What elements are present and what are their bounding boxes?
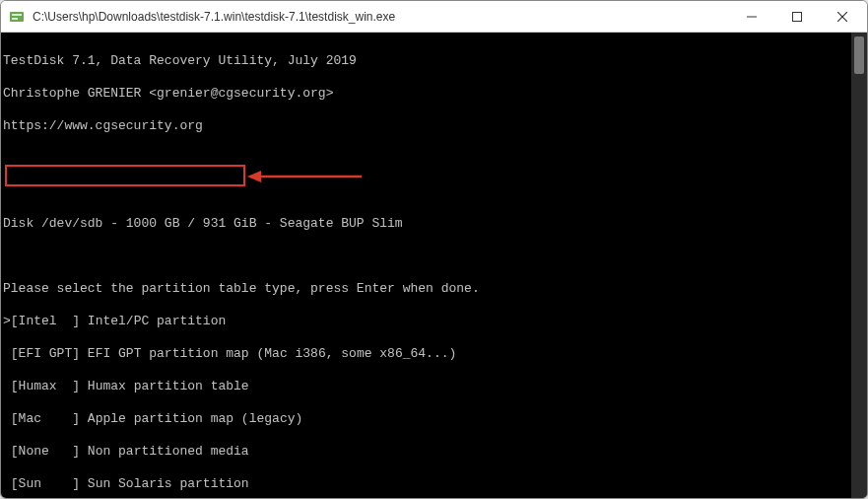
maximize-button[interactable] (774, 2, 820, 32)
svg-rect-1 (12, 14, 22, 16)
svg-rect-4 (793, 12, 802, 21)
prompt-line: Please select the partition table type, … (3, 281, 865, 298)
svg-rect-2 (12, 18, 18, 20)
option-mac[interactable]: [Mac ] Apple partition map (legacy) (3, 411, 865, 428)
window-controls (729, 2, 865, 32)
minimize-button[interactable] (729, 2, 774, 32)
app-icon (9, 9, 25, 25)
option-none[interactable]: [None ] Non partitioned media (3, 444, 865, 461)
window-title: C:\Users\hp\Downloads\testdisk-7.1.win\t… (33, 10, 729, 24)
option-efi-gpt[interactable]: [EFI GPT] EFI GPT partition map (Mac i38… (3, 346, 865, 363)
console-text: TestDisk 7.1, Data Recovery Utility, Jul… (1, 33, 867, 498)
option-sun[interactable]: [Sun ] Sun Solaris partition (3, 476, 865, 493)
cursor-mark: > (3, 314, 11, 328)
titlebar[interactable]: C:\Users\hp\Downloads\testdisk-7.1.win\t… (1, 1, 867, 33)
header-line: TestDisk 7.1, Data Recovery Utility, Jul… (3, 53, 865, 70)
close-button[interactable] (820, 2, 865, 32)
option-humax[interactable]: [Humax ] Humax partition table (3, 379, 865, 395)
svg-rect-0 (10, 12, 24, 22)
vertical-scrollbar[interactable] (851, 33, 867, 498)
header-line: Christophe GRENIER <grenier@cgsecurity.o… (3, 86, 865, 103)
console-area[interactable]: TestDisk 7.1, Data Recovery Utility, Jul… (1, 33, 867, 498)
option-intel[interactable]: >[Intel ] Intel/PC partition (3, 314, 865, 330)
disk-line: Disk /dev/sdb - 1000 GB / 931 GiB - Seag… (3, 216, 865, 233)
header-line: https://www.cgsecurity.org (3, 118, 865, 135)
app-window: C:\Users\hp\Downloads\testdisk-7.1.win\t… (0, 0, 868, 499)
scrollbar-thumb[interactable] (854, 36, 864, 74)
